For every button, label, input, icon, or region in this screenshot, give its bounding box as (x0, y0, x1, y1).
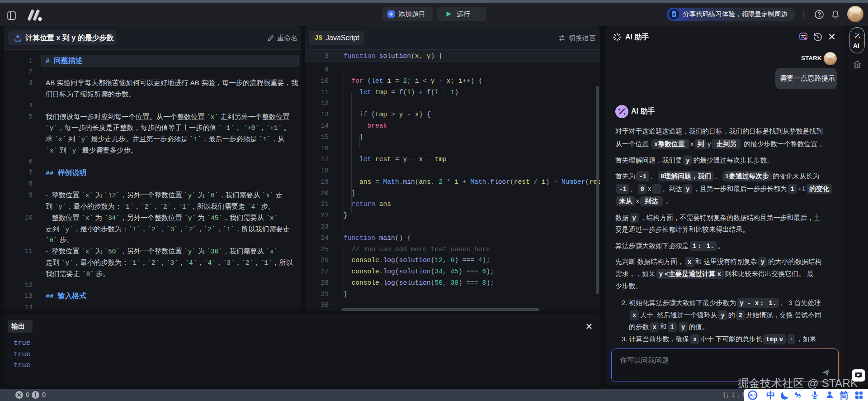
svg-text:iFLY: iFLY (750, 394, 757, 397)
